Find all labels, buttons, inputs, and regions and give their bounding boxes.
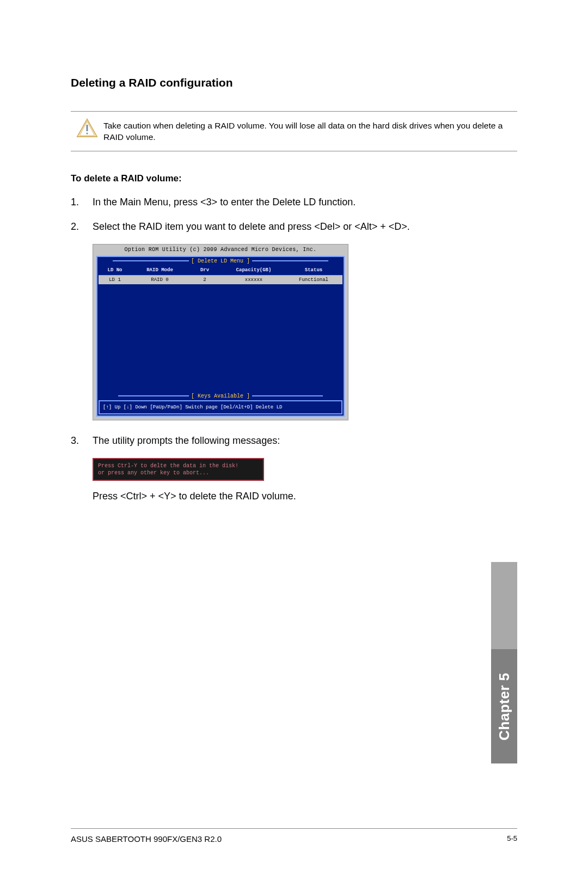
hdr-drv: Drv <box>188 267 221 273</box>
bios-row: LD 1 RAID 0 2 xxxxxx Functional <box>99 276 342 284</box>
cell-drv: 2 <box>188 277 221 283</box>
prompt-line-2: or press any other key to abort... <box>98 469 259 476</box>
warning-icon <box>71 118 103 138</box>
step-number: 2. <box>71 219 93 234</box>
footer-page-number: 5-5 <box>507 834 517 842</box>
subtitle: To delete a RAID volume: <box>71 173 517 184</box>
ordered-steps: 1. In the Main Menu, press <3> to enter … <box>71 195 517 234</box>
cell-ldno: LD 1 <box>99 277 131 283</box>
step-2: 2. Select the RAID item you want to dele… <box>71 219 517 234</box>
prompt-line-1: Press Ctrl-Y to delte the data in the di… <box>98 462 259 469</box>
bios-keys-label: [ Keys Available ] <box>99 393 342 399</box>
hdr-raidmode: RAID Mode <box>131 267 188 273</box>
caution-box: Take caution when deleting a RAID volume… <box>71 111 517 151</box>
cell-raidmode: RAID 0 <box>131 277 188 283</box>
footer-rule <box>71 828 517 829</box>
bios-keys: [↑] Up [↓] Down [PaUp/PaDn] Switch page … <box>99 400 342 414</box>
hdr-capacity: Capacity(GB) <box>221 267 286 273</box>
cell-status: Functional <box>286 277 341 283</box>
svg-point-3 <box>86 132 88 134</box>
bios-menu-label: [ Delete LD Menu ] <box>99 258 342 264</box>
chapter-tab: Chapter 5 <box>491 649 517 763</box>
footer-product: ASUS SABERTOOTH 990FX/GEN3 R2.0 <box>71 834 222 844</box>
ordered-steps-cont: 3. The utility prompts the following mes… <box>71 433 517 448</box>
step-3-followup: Press <Ctrl> + <Y> to delete the RAID vo… <box>93 491 517 502</box>
hdr-status: Status <box>286 267 341 273</box>
step-text: Select the RAID item you want to delete … <box>93 219 517 234</box>
chapter-tab-label: Chapter 5 <box>496 673 513 740</box>
bios-body-empty <box>99 284 342 393</box>
step-text: In the Main Menu, press <3> to enter the… <box>93 195 517 210</box>
page: Deleting a RAID configuration Take cauti… <box>0 0 588 886</box>
bios-column-headers: LD No RAID Mode Drv Capacity(GB) Status <box>99 265 342 275</box>
prompt-box: Press Ctrl-Y to delte the data in the di… <box>93 458 264 481</box>
step-number: 1. <box>71 195 93 210</box>
bios-screenshot: Option ROM Utility (c) 2009 Advanced Mic… <box>93 244 348 420</box>
bios-window: [ Delete LD Menu ] LD No RAID Mode Drv C… <box>96 256 345 417</box>
chapter-tab-spacer <box>491 562 517 649</box>
step-1: 1. In the Main Menu, press <3> to enter … <box>71 195 517 210</box>
step-text: The utility prompts the following messag… <box>93 433 517 448</box>
caution-text: Take caution when deleting a RAID volume… <box>103 118 517 143</box>
bios-title: Option ROM Utility (c) 2009 Advanced Mic… <box>93 245 348 256</box>
hdr-ldno: LD No <box>99 267 131 273</box>
cell-capacity: xxxxxx <box>221 277 286 283</box>
step-3: 3. The utility prompts the following mes… <box>71 433 517 448</box>
section-title: Deleting a RAID configuration <box>71 76 517 89</box>
step-number: 3. <box>71 433 93 448</box>
